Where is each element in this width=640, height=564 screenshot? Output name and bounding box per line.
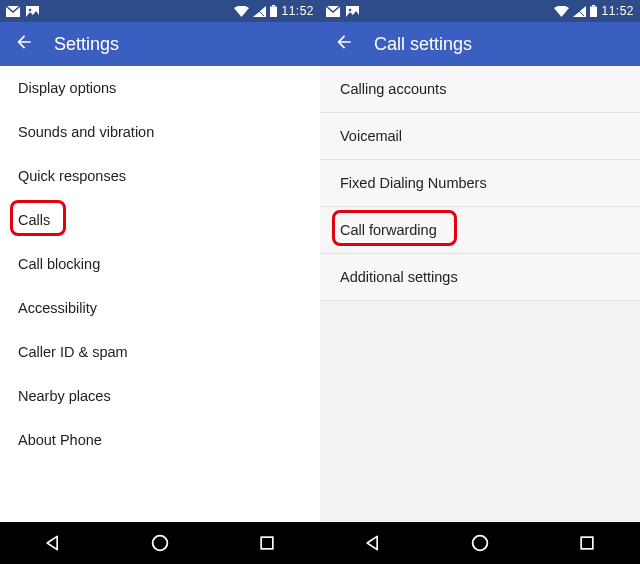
settings-item-quick-responses[interactable]: Quick responses: [0, 154, 320, 198]
phone-screen-right: 11:52 Call settings Calling accounts Voi…: [320, 0, 640, 564]
back-icon[interactable]: [14, 32, 34, 56]
list-item-label: Accessibility: [18, 300, 97, 316]
settings-item-accessibility[interactable]: Accessibility: [0, 286, 320, 330]
status-bar: 11:52: [0, 0, 320, 22]
status-clock: 11:52: [281, 4, 314, 18]
svg-point-2: [29, 8, 32, 11]
list-item-label: About Phone: [18, 432, 102, 448]
settings-item-caller-id-spam[interactable]: Caller ID & spam: [0, 330, 320, 374]
list-item-label: Sounds and vibration: [18, 124, 154, 140]
callsettings-item-fixed-dialing[interactable]: Fixed Dialing Numbers: [320, 160, 640, 207]
svg-point-10: [349, 8, 352, 11]
back-icon[interactable]: [334, 32, 354, 56]
gmail-icon: [6, 6, 20, 17]
list-item-label: Fixed Dialing Numbers: [340, 175, 487, 191]
signal-icon: [253, 6, 266, 17]
settings-item-about-phone[interactable]: About Phone: [0, 418, 320, 462]
callsettings-item-call-forwarding[interactable]: Call forwarding: [320, 207, 640, 254]
status-clock: 11:52: [601, 4, 634, 18]
nav-back-icon[interactable]: [43, 533, 63, 553]
page-title: Settings: [54, 34, 119, 55]
nav-home-icon[interactable]: [149, 532, 171, 554]
wifi-icon: [554, 6, 569, 17]
navigation-bar: [0, 522, 320, 564]
phone-screen-left: 11:52 Settings Display options Sounds an…: [0, 0, 320, 564]
nav-recent-icon[interactable]: [257, 533, 277, 553]
list-item-label: Quick responses: [18, 168, 126, 184]
callsettings-item-voicemail[interactable]: Voicemail: [320, 113, 640, 160]
callsettings-item-calling-accounts[interactable]: Calling accounts: [320, 66, 640, 113]
list-item-label: Voicemail: [340, 128, 402, 144]
callsettings-item-additional[interactable]: Additional settings: [320, 254, 640, 301]
svg-rect-7: [261, 537, 273, 549]
svg-rect-15: [581, 537, 593, 549]
svg-point-6: [153, 536, 168, 551]
list-item-label: Display options: [18, 80, 116, 96]
list-item-label: Additional settings: [340, 269, 458, 285]
settings-item-nearby-places[interactable]: Nearby places: [0, 374, 320, 418]
list-item-label: Caller ID & spam: [18, 344, 128, 360]
svg-point-14: [473, 536, 488, 551]
navigation-bar: [320, 522, 640, 564]
svg-rect-12: [592, 5, 595, 7]
nav-recent-icon[interactable]: [577, 533, 597, 553]
gmail-icon: [326, 6, 340, 17]
list-item-label: Calls: [18, 212, 50, 228]
app-bar: Call settings: [320, 22, 640, 66]
settings-list: Display options Sounds and vibration Qui…: [0, 66, 320, 522]
settings-item-sounds-vibration[interactable]: Sounds and vibration: [0, 110, 320, 154]
page-title: Call settings: [374, 34, 472, 55]
svg-rect-5: [270, 7, 277, 18]
list-item-label: Call blocking: [18, 256, 100, 272]
status-bar: 11:52: [320, 0, 640, 22]
settings-item-call-blocking[interactable]: Call blocking: [0, 242, 320, 286]
nav-home-icon[interactable]: [469, 532, 491, 554]
svg-rect-4: [272, 5, 275, 7]
svg-rect-13: [590, 7, 597, 18]
list-item-label: Calling accounts: [340, 81, 446, 97]
pictures-icon: [26, 6, 39, 17]
list-item-label: Nearby places: [18, 388, 111, 404]
pictures-icon: [346, 6, 359, 17]
app-bar: Settings: [0, 22, 320, 66]
signal-icon: [573, 6, 586, 17]
battery-icon: [590, 5, 597, 17]
call-settings-list: Calling accounts Voicemail Fixed Dialing…: [320, 66, 640, 522]
list-item-label: Call forwarding: [340, 222, 437, 238]
battery-icon: [270, 5, 277, 17]
nav-back-icon[interactable]: [363, 533, 383, 553]
settings-item-calls[interactable]: Calls: [0, 198, 320, 242]
settings-item-display-options[interactable]: Display options: [0, 66, 320, 110]
wifi-icon: [234, 6, 249, 17]
